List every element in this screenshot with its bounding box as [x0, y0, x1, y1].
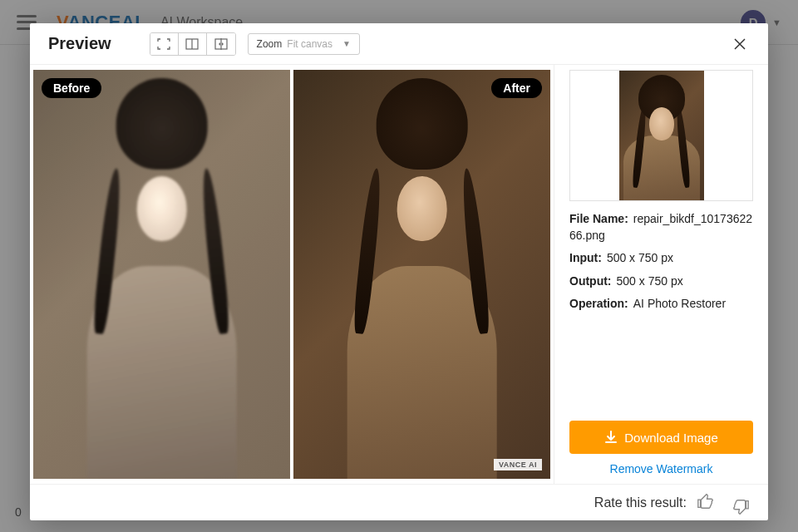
slider-icon — [214, 38, 228, 50]
expand-icon — [157, 38, 170, 50]
meta-filename: File Name:repair_bikdf_1017362266.png — [569, 211, 753, 244]
modal-header: Preview Zoom Fit canvas ▼ — [30, 23, 768, 65]
thumbs-down-icon — [732, 498, 750, 516]
view-mode-toggle — [150, 32, 236, 56]
modal-title: Preview — [48, 34, 111, 53]
view-fullscreen-button[interactable] — [150, 33, 179, 55]
zoom-value: Fit canvas — [287, 38, 332, 50]
remove-watermark-link[interactable]: Remove Watermark — [569, 462, 753, 475]
modal-body: Before After VANCE AI — [30, 65, 768, 484]
zoom-dropdown[interactable]: Zoom Fit canvas ▼ — [248, 33, 360, 55]
portrait-figure — [52, 70, 271, 479]
meta-output: Output:500 x 750 px — [569, 273, 753, 290]
thumbs-down-button[interactable] — [728, 495, 750, 516]
after-image[interactable]: After VANCE AI — [293, 70, 550, 479]
download-button[interactable]: Download Image — [569, 421, 753, 454]
thumbnail-image — [619, 71, 704, 200]
thumbs-up-button[interactable] — [697, 492, 718, 514]
meta-input: Input:500 x 750 px — [569, 250, 753, 267]
output-value: 500 x 750 px — [617, 274, 683, 288]
before-badge: Before — [42, 78, 101, 98]
download-icon — [604, 431, 618, 444]
preview-modal: Preview Zoom Fit canvas ▼ — [30, 23, 768, 520]
watermark: VANCE AI — [494, 459, 542, 470]
result-thumbnail[interactable] — [569, 70, 753, 201]
portrait-figure — [313, 70, 531, 479]
operation-label: Operation: — [569, 297, 628, 310]
modal-footer: Rate this result: — [30, 484, 768, 520]
operation-value: AI Photo Restorer — [633, 297, 726, 310]
chevron-down-icon: ▼ — [342, 39, 351, 48]
zoom-label: Zoom — [257, 38, 283, 50]
side-panel: File Name:repair_bikdf_1017362266.png In… — [554, 65, 768, 484]
compare-pane: Before After VANCE AI — [30, 65, 554, 484]
close-button[interactable] — [730, 34, 750, 54]
before-image[interactable]: Before — [33, 70, 290, 479]
meta-operation: Operation:AI Photo Restorer — [569, 296, 753, 313]
input-value: 500 x 750 px — [607, 251, 673, 264]
filename-label: File Name: — [569, 212, 628, 225]
rate-label: Rate this result: — [594, 495, 687, 510]
output-label: Output: — [569, 274, 612, 288]
thumbs-up-icon — [697, 492, 715, 510]
input-label: Input: — [569, 251, 602, 264]
after-badge: After — [491, 78, 542, 98]
download-label: Download Image — [624, 431, 718, 445]
close-icon — [733, 37, 746, 51]
split-icon — [185, 38, 199, 50]
view-split-button[interactable] — [179, 33, 207, 55]
view-slider-button[interactable] — [207, 33, 235, 55]
